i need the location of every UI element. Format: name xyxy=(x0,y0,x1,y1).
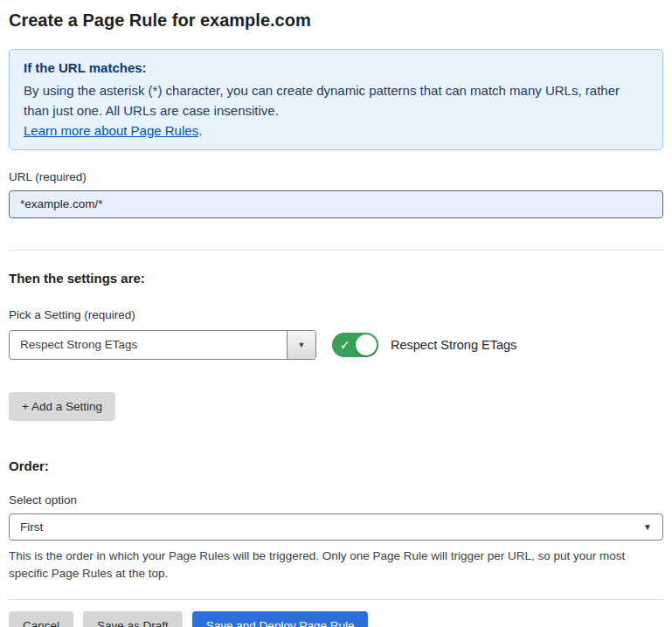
add-setting-button[interactable]: + Add a Setting xyxy=(9,392,115,421)
page-title: Create a Page Rule for example.com xyxy=(9,10,663,31)
setting-select-value: Respect Strong ETags xyxy=(10,331,287,359)
learn-more-link[interactable]: Learn more about Page Rules xyxy=(24,123,198,138)
page-rule-form: Create a Page Rule for example.com If th… xyxy=(0,0,672,627)
info-link-line: Learn more about Page Rules. xyxy=(24,123,648,138)
divider xyxy=(9,250,663,251)
setting-select-arrow-button[interactable]: ▼ xyxy=(287,331,315,359)
save-as-draft-button[interactable]: Save as Draft xyxy=(83,611,183,627)
order-help-text: This is the order in which your Page Rul… xyxy=(9,548,663,584)
order-select-value: First xyxy=(20,520,43,534)
divider xyxy=(9,599,663,600)
order-section-heading: Order: xyxy=(9,458,663,473)
url-input[interactable] xyxy=(9,190,663,218)
order-select[interactable]: First ▼ xyxy=(9,513,663,541)
info-box-heading: If the URL matches: xyxy=(24,60,648,75)
chevron-down-icon: ▼ xyxy=(298,341,306,349)
order-select-label: Select option xyxy=(9,493,663,506)
cancel-button[interactable]: Cancel xyxy=(9,611,73,627)
url-field-label: URL (required) xyxy=(9,170,663,183)
setting-picker-label: Pick a Setting (required) xyxy=(9,308,663,321)
setting-select[interactable]: Respect Strong ETags ▼ xyxy=(9,330,316,360)
url-match-info-box: If the URL matches: By using the asteris… xyxy=(9,49,663,150)
toggle-label: Respect Strong ETags xyxy=(391,338,516,352)
info-box-body: By using the asterisk (*) character, you… xyxy=(24,80,648,121)
footer-actions: Cancel Save as Draft Save and Deploy Pag… xyxy=(9,611,663,627)
settings-section-heading: Then the settings are: xyxy=(9,271,663,286)
toggle-knob xyxy=(356,334,377,355)
setting-row: Respect Strong ETags ▼ ✓ Respect Strong … xyxy=(9,330,663,360)
check-icon: ✓ xyxy=(340,339,350,351)
link-period: . xyxy=(198,123,202,138)
respect-strong-etags-toggle[interactable]: ✓ xyxy=(332,333,378,357)
save-and-deploy-button[interactable]: Save and Deploy Page Rule xyxy=(192,611,369,627)
chevron-down-icon: ▼ xyxy=(643,522,652,532)
